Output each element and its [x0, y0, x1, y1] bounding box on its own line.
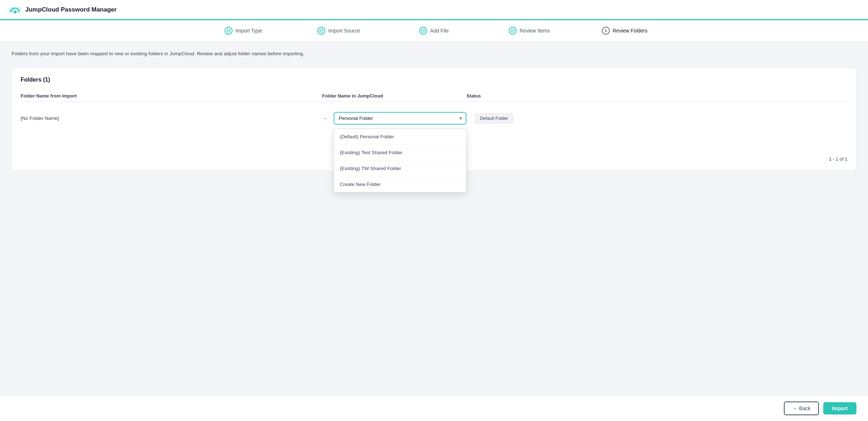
col-header-import-name: Folder Name from Import — [21, 93, 322, 99]
step-4-label: Review Items — [520, 28, 550, 34]
page-footer: ← Back Import — [0, 395, 868, 421]
folder-name-select[interactable]: Personal Folder (Default) Personal Folde… — [334, 112, 466, 125]
jumpcloud-logo-icon — [9, 5, 22, 15]
back-button[interactable]: ← Back — [784, 402, 819, 415]
col-header-jumpcloud-name: Folder Name in JumpCloud — [322, 93, 466, 99]
dropdown-option-default-personal[interactable]: (Default) Personal Folder — [334, 129, 466, 145]
step-1-label: Import Type — [235, 28, 262, 34]
import-folder-name: [No Folder Name] — [21, 116, 322, 121]
svg-point-2 — [227, 29, 230, 32]
svg-point-4 — [421, 29, 425, 32]
step-2-label: Import Source — [328, 28, 360, 34]
svg-point-3 — [320, 29, 323, 32]
dropdown-option-existing-tw-shared[interactable]: (Existing) TW Shared Folder — [334, 161, 466, 177]
svg-rect-1 — [14, 10, 16, 13]
pagination-text: 1 - 1 of 1 — [829, 156, 847, 162]
step-5-label: Review Folders — [613, 28, 647, 34]
description-text: Folders from your import have been mappe… — [12, 50, 856, 57]
folder-select-wrapper[interactable]: Personal Folder (Default) Personal Folde… — [334, 112, 466, 125]
status-badge: Default Folder — [475, 114, 513, 123]
stepper-inner: Import Type Import Source Add File Revie… — [181, 20, 687, 41]
col-header-status: Status — [466, 93, 546, 99]
app-header: JumpCloud Password Manager — [0, 0, 868, 20]
main-content: Folders from your import have been mappe… — [0, 42, 868, 395]
step-review-items: Review Items — [482, 27, 577, 35]
logo-container: JumpCloud Password Manager — [9, 5, 117, 15]
step-import-source: Import Source — [291, 27, 386, 35]
dropdown-option-create-new[interactable]: Create New Folder — [334, 177, 466, 192]
table-row: [No Folder Name] → Personal Folder (Defa… — [21, 108, 847, 129]
app-title: JumpCloud Password Manager — [25, 6, 117, 13]
step-5-icon: 5 — [602, 27, 610, 35]
step-2-icon — [317, 27, 325, 35]
table-header: Folder Name from Import Folder Name in J… — [21, 90, 847, 102]
folders-panel: Folders (1) Folder Name from Import Fold… — [12, 68, 856, 171]
step-import-type: Import Type — [196, 27, 291, 35]
folders-panel-title: Folders (1) — [21, 77, 847, 83]
step-1-icon — [225, 27, 233, 35]
step-3-label: Add File — [430, 28, 448, 34]
step-3-icon — [419, 27, 427, 35]
arrow-icon: → — [322, 115, 328, 122]
import-button[interactable]: Import — [823, 402, 856, 415]
step-review-folders: 5 Review Folders — [577, 27, 672, 35]
svg-point-5 — [511, 29, 515, 32]
stepper-bar: Import Type Import Source Add File Revie… — [0, 20, 868, 42]
dropdown-option-existing-test-shared[interactable]: (Existing) Test Shared Folder — [334, 145, 466, 161]
folder-dropdown-menu: (Default) Personal Folder (Existing) Tes… — [334, 129, 466, 192]
step-4-icon — [509, 27, 517, 35]
step-add-file: Add File — [386, 27, 482, 35]
